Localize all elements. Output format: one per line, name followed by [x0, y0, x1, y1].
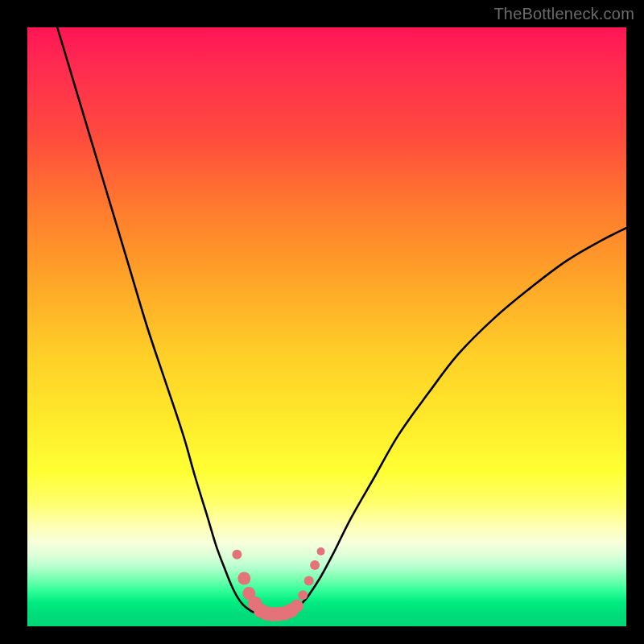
data-marker — [298, 590, 308, 600]
chart-frame: TheBottleneck.com — [0, 0, 644, 644]
data-marker — [232, 550, 242, 559]
data-marker — [310, 560, 320, 570]
data-marker — [237, 572, 250, 584]
marker-group — [232, 547, 324, 621]
bottleneck-curve — [57, 27, 626, 614]
watermark-text: TheBottleneck.com — [493, 5, 634, 23]
data-marker — [291, 600, 303, 613]
data-marker — [304, 576, 314, 585]
data-marker — [317, 547, 325, 555]
chart-plot-area — [27, 27, 626, 626]
chart-overlay — [27, 27, 626, 626]
curve-group — [57, 27, 626, 614]
